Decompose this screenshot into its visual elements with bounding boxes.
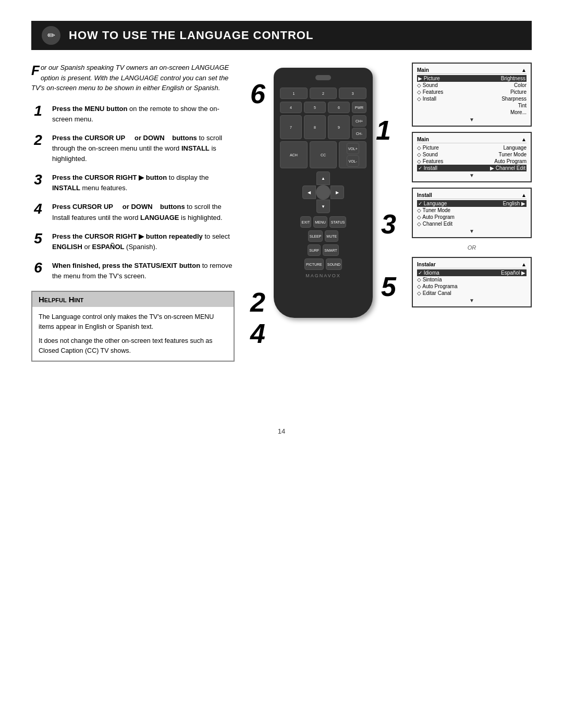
step-5: 5 Press the CURSOR RIGHT ▶ button repeat… xyxy=(31,231,235,252)
pic-sound-row: PICTURE SOUND xyxy=(280,258,366,270)
screen1-row-1: ▶ PictureBrightness xyxy=(417,75,527,82)
screen2-row-1: ◇ PictureLanguage xyxy=(417,144,527,151)
status-row: ACH CC VOL+ VOL- xyxy=(280,141,366,168)
ir-emitter xyxy=(315,75,331,80)
drop-cap: F xyxy=(31,64,40,77)
dpad-center[interactable] xyxy=(316,185,331,200)
btn-sleep[interactable]: SLEEP xyxy=(308,230,323,242)
btn-ch-plus[interactable]: CH+ xyxy=(352,115,366,127)
step-text-2: Press the CURSOR UP or DOWN buttons to s… xyxy=(52,133,235,164)
dpad-left[interactable]: ◀ xyxy=(302,186,316,199)
overlay-2: 2 xyxy=(250,287,265,318)
hint-paragraph-2: It does not change the other on-screen t… xyxy=(39,336,227,356)
dpad-right[interactable]: ▶ xyxy=(331,186,344,199)
btn-status[interactable]: STATUS xyxy=(329,216,347,228)
btn-surf[interactable]: SURF xyxy=(308,244,321,256)
left-column: For our Spanish speaking TV owners an on… xyxy=(31,63,235,406)
tv-screen-1: Main▲ ▶ PictureBrightness ◇ SoundColor ◇… xyxy=(412,63,532,127)
step-4: 4 Press CURSOR UP or DOWN buttons to scr… xyxy=(31,202,235,223)
screen2-row-3: ◇ FeaturesAuto Program xyxy=(417,158,527,165)
step-number-6: 6 xyxy=(31,261,45,275)
btn-menu[interactable]: MENU xyxy=(313,216,327,228)
btn-cc[interactable]: CC xyxy=(310,141,337,168)
title-bar: ✏ How to Use the Language Control xyxy=(31,21,532,50)
btn-exit[interactable]: EXIT xyxy=(300,216,312,228)
step-number-2: 2 xyxy=(31,133,45,147)
step-number-1: 1 xyxy=(31,104,45,118)
overlay-3: 3 xyxy=(381,208,396,240)
btn-2[interactable]: 2 xyxy=(310,88,337,99)
btn-9[interactable]: 9 xyxy=(328,115,350,139)
screen3-row-1: ✓ LanguageEnglish ▶ xyxy=(417,200,527,207)
title-icon: ✏ xyxy=(42,26,60,45)
screen1-header: Main▲ xyxy=(417,67,527,74)
sleep-mute-row: SLEEP MUTE xyxy=(280,230,366,242)
btn-5[interactable]: 5 xyxy=(304,102,326,113)
screen2-row-4: ✓ Install▶ Channel Edit xyxy=(417,165,527,171)
btn-vol-plus[interactable]: VOL+ xyxy=(347,143,359,154)
btn-4[interactable]: 4 xyxy=(280,102,302,113)
overlay-5: 5 xyxy=(381,271,396,302)
screen1-row-3: ◇ FeaturesPicture xyxy=(417,89,527,95)
btn-smart[interactable]: SMART xyxy=(323,244,338,256)
page: ✏ How to Use the Language Control For ou… xyxy=(0,0,563,728)
btn-8[interactable]: 8 xyxy=(304,115,326,139)
step-number-4: 4 xyxy=(31,202,45,216)
remote-brand: MAGNAVOX xyxy=(280,273,366,278)
step-number-5: 5 xyxy=(31,231,45,246)
screen4-row-3: ◇ Auto Programa xyxy=(417,283,527,290)
remote-body: 1 2 3 4 5 6 PWR 7 xyxy=(274,83,373,282)
or-label: OR xyxy=(412,244,532,251)
dpad-up[interactable]: ▲ xyxy=(316,171,330,185)
screen3-row-4: ◇ Channel Edit xyxy=(417,220,527,227)
overlay-6: 6 xyxy=(250,78,265,109)
btn-picture[interactable]: PICTURE xyxy=(304,258,324,270)
btn-7[interactable]: 7 xyxy=(280,115,302,139)
surf-smart-row: SURF SMART xyxy=(280,244,366,256)
screen4-row-4: ◇ Editar Canal xyxy=(417,290,527,297)
step-text-4: Press CURSOR UP or DOWN buttons to scrol… xyxy=(52,202,235,223)
btn-3[interactable]: 3 xyxy=(339,88,366,99)
btn-power[interactable]: PWR xyxy=(352,102,366,113)
step-text-6: When finished, press the STATUS/EXIT but… xyxy=(52,261,235,281)
screen2-arrow: ▼ xyxy=(417,171,527,178)
step-2: 2 Press the CURSOR UP or DOWN buttons to… xyxy=(31,133,235,164)
page-number: 14 xyxy=(31,427,532,435)
overlay-4: 4 xyxy=(250,318,265,349)
right-column: Main▲ ▶ PictureBrightness ◇ SoundColor ◇… xyxy=(250,63,532,406)
remote-wrapper: 1 2 3 4 5 6 PWR 7 xyxy=(274,68,373,318)
screen4-row-1: ✓ IdiomaEspañol ▶ xyxy=(417,269,527,276)
step-3: 3 Press the CURSOR RIGHT ▶ button to dis… xyxy=(31,172,235,193)
remote-top-area xyxy=(274,68,373,83)
btn-vol-col: VOL+ VOL- xyxy=(339,141,366,168)
screen2-header: Main▲ xyxy=(417,136,527,143)
screen3-arrow: ▼ xyxy=(417,227,527,234)
hint-content: The Language control only makes the TV's… xyxy=(32,307,234,361)
screen1-row-5: Tint xyxy=(417,102,527,109)
hint-box: Helpful Hint The Language control only m… xyxy=(31,291,235,362)
dpad-container: ▲ ▼ ◀ ▶ xyxy=(280,171,366,213)
step-number-3: 3 xyxy=(31,172,45,187)
tv-screen-3: Install▲ ✓ LanguageEnglish ▶ ◇ Tuner Mod… xyxy=(412,188,532,238)
step-text-3: Press the CURSOR RIGHT ▶ button to displ… xyxy=(52,172,235,193)
btn-mute[interactable]: MUTE xyxy=(325,230,338,242)
btn-6[interactable]: 6 xyxy=(328,102,350,113)
btn-ch-minus[interactable]: CH- xyxy=(352,128,366,139)
dpad-down[interactable]: ▼ xyxy=(316,200,330,213)
btn-vol-minus[interactable]: VOL- xyxy=(347,155,359,167)
content-area: For our Spanish speaking TV owners an on… xyxy=(31,63,532,406)
hint-paragraph-1: The Language control only makes the TV's… xyxy=(39,312,227,332)
remote-area: 6 1 3 5 2 4 xyxy=(250,63,401,349)
screen3-header: Install▲ xyxy=(417,192,527,199)
screen1-row-6: More... xyxy=(417,109,527,116)
step-text-5: Press the CURSOR RIGHT ▶ button repeated… xyxy=(52,231,235,252)
num-ch-row: 7 8 9 CH+ CH- xyxy=(280,115,366,139)
screen4-arrow: ▼ xyxy=(417,297,527,303)
remote-control: 1 2 3 4 5 6 PWR 7 xyxy=(274,68,373,318)
step-6: 6 When finished, press the STATUS/EXIT b… xyxy=(31,261,235,281)
btn-1[interactable]: 1 xyxy=(280,88,308,99)
btn-ach[interactable]: ACH xyxy=(280,141,308,168)
tv-screen-2: Main▲ ◇ PictureLanguage ◇ SoundTuner Mod… xyxy=(412,132,532,182)
btn-sound[interactable]: SOUND xyxy=(326,258,342,270)
ch-col: CH+ CH- xyxy=(352,115,366,139)
